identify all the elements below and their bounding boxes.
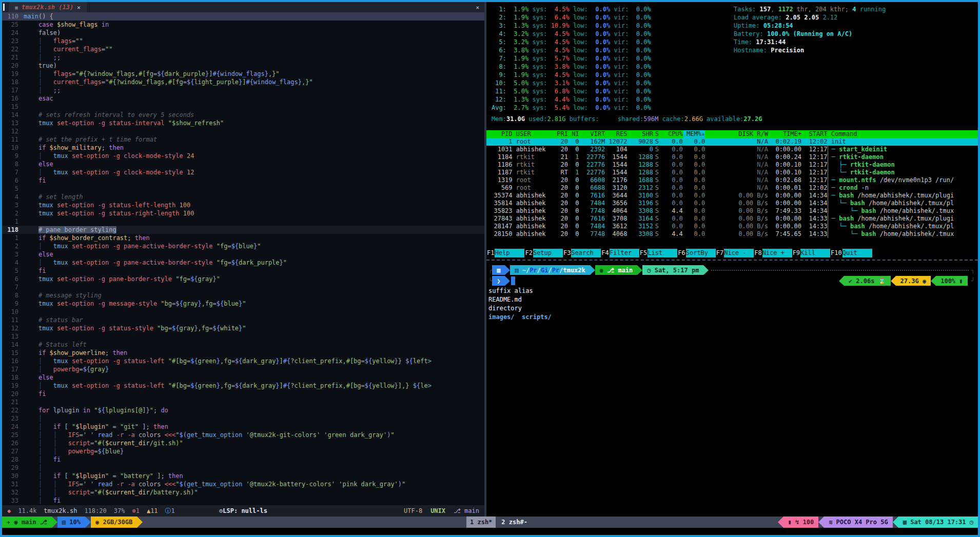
process-row[interactable]: 35823abhishek200774840643308S4.40.00.00 …: [486, 207, 978, 215]
process-row[interactable]: 35814abhishek200748436563196S0.00.00.00 …: [486, 200, 978, 207]
fn-key-f8[interactable]: F8Nice +: [754, 249, 792, 257]
code-line[interactable]: 16 │ tmux set-option -g status-left "#[b…: [2, 357, 484, 365]
process-row[interactable]: 1184rtkit2112277615441288S0.00.0N/A0:00.…: [486, 153, 978, 161]
function-key-bar[interactable]: F1HelpF2SetupF3SearchF4FilterF5ListF6Sor…: [486, 249, 978, 257]
code-line[interactable]: 20 fi: [2, 390, 484, 398]
fn-key-f6[interactable]: F6SortBy: [677, 249, 715, 257]
column-header[interactable]: DISK R/W: [705, 130, 768, 138]
code-line[interactable]: 27 │ │ powerbg=${blue}: [2, 447, 484, 455]
process-row[interactable]: 1031abhishek20023921040S0.00.0N/A0:00.00…: [486, 146, 978, 153]
code-line[interactable]: 5 fi: [2, 267, 484, 275]
column-header[interactable]: RES: [605, 130, 627, 138]
code-line[interactable]: 3 else: [2, 250, 484, 258]
code-line[interactable]: 9 │ tmux set-option -g clock-mode-style …: [2, 152, 484, 160]
code-line[interactable]: 2 │ tmux set-option -g pane-active-borde…: [2, 242, 484, 250]
code-line[interactable]: 15: [2, 103, 484, 111]
fn-key-f9[interactable]: F9Kill: [792, 249, 830, 257]
code-area[interactable]: 25 case $show_flags in24 false)23 │ flag…: [2, 21, 484, 505]
code-line[interactable]: 7: [2, 283, 484, 291]
code-line[interactable]: 22 │ current_flags="": [2, 45, 484, 53]
code-line[interactable]: 12: [2, 127, 484, 135]
code-line[interactable]: 2 tmux set-option -g status-right-length…: [2, 209, 484, 217]
fn-key-f4[interactable]: F4Filter: [601, 249, 639, 257]
fn-key-f3[interactable]: F3Search: [563, 249, 601, 257]
code-line[interactable]: 12 tmux set-option -g status-style "bg=$…: [2, 324, 484, 332]
column-header[interactable]: TIME+: [768, 130, 801, 138]
tmux-window-tab[interactable]: 1 zsh*: [466, 516, 496, 528]
column-header[interactable]: MEM%▵: [683, 130, 705, 138]
tmux-window-list[interactable]: 1 zsh*2 zsh#-: [466, 516, 531, 528]
process-row[interactable]: 1187rtkitRT12277615441288S0.00.0N/A0:00.…: [486, 169, 978, 176]
code-line[interactable]: 17 │ powerbg=${gray}: [2, 365, 484, 373]
code-line[interactable]: 4 │ tmux set-option -g pane-active-borde…: [2, 258, 484, 267]
code-line[interactable]: 10: [2, 308, 484, 316]
column-header[interactable]: USER: [513, 130, 550, 138]
code-line[interactable]: 29 │: [2, 464, 484, 472]
code-line[interactable]: 25 │ │ IFS=' ' read -r -a colors <<<"$(g…: [2, 431, 484, 439]
column-header[interactable]: Command: [828, 130, 978, 138]
code-line[interactable]: 8 # message styling: [2, 291, 484, 300]
column-header[interactable]: START: [801, 130, 828, 138]
column-header[interactable]: SHR: [627, 130, 653, 138]
code-line[interactable]: 118 # pane border styling: [2, 226, 484, 234]
shell-pane[interactable]: ╭▦▤ ~/Pr/Gi/Pr/tmux2k◉ ⎇ main◷ Sat, 5:17…: [486, 263, 978, 516]
code-line[interactable]: 24 false): [2, 29, 484, 37]
code-line[interactable]: 6 tmux set-option -g pane-border-style "…: [2, 275, 484, 283]
code-line[interactable]: 21: [2, 398, 484, 406]
column-header[interactable]: PID: [486, 130, 513, 138]
column-header[interactable]: CPU%: [660, 130, 682, 138]
tmux-window-tab[interactable]: 2 zsh#-: [498, 516, 531, 528]
code-line[interactable]: 9 tmux set-option -g message-style "bg=$…: [2, 300, 484, 308]
code-line[interactable]: 19 │ flags="#{?window_flags,#[fg=${dark_…: [2, 70, 484, 78]
code-line[interactable]: 20 true): [2, 62, 484, 70]
code-line[interactable]: 14 # Status left: [2, 341, 484, 349]
process-row[interactable]: 28147abhishek200748436123152S0.00.00.00 …: [486, 223, 978, 230]
process-table-header[interactable]: PIDUSERPRINIVIRTRESSHRSCPU%MEM%▵DISK R/W…: [486, 130, 978, 138]
process-row[interactable]: 1root200162M120729028S0.00.0N/A0:02.1912…: [486, 138, 978, 146]
window-close-icon[interactable]: ✕: [476, 4, 484, 11]
fn-key-f10[interactable]: F10Quit: [830, 249, 872, 257]
code-line[interactable]: 32 │ │ script="#($current_dir/battery.sh…: [2, 488, 484, 496]
column-header[interactable]: VIRT: [579, 130, 605, 138]
code-line[interactable]: 10 if $show_military; then: [2, 144, 484, 152]
code-line[interactable]: 25 case $show_flags in: [2, 21, 484, 29]
code-line[interactable]: 31 │ │ IFS=' ' read -r -a colors <<<"$(g…: [2, 480, 484, 488]
code-line[interactable]: 23 │: [2, 414, 484, 423]
code-line[interactable]: 23 │ flags="": [2, 37, 484, 45]
code-line[interactable]: 19 │ tmux set-option -g status-left "#[b…: [2, 382, 484, 390]
process-row[interactable]: 1186rtkit2002277615441288S0.00.0N/A0:00.…: [486, 161, 978, 169]
code-line[interactable]: 28 │ fi: [2, 455, 484, 464]
code-line[interactable]: 6 fi: [2, 176, 484, 185]
code-line[interactable]: 16 esac: [2, 94, 484, 103]
process-row[interactable]: 27843abhishek200761637083164S0.00.00.00 …: [486, 215, 978, 223]
code-line[interactable]: 5: [2, 185, 484, 193]
prompt-line-2[interactable]: ╰❯✔ 2.06s ⌛27.3G ◉100% ▮ ╯: [488, 276, 975, 286]
editor-tab[interactable]: ▣ tmux2k.sh (13) ✕: [9, 2, 87, 12]
code-line[interactable]: 1: [2, 217, 484, 226]
code-line[interactable]: 3 tmux set-option -g status-left-length …: [2, 201, 484, 209]
code-line[interactable]: 13: [2, 332, 484, 341]
column-header[interactable]: PRI: [550, 130, 568, 138]
code-line[interactable]: 1 if $show_border_contrast; then: [2, 234, 484, 242]
column-header[interactable]: S: [653, 130, 660, 138]
process-table[interactable]: PIDUSERPRINIVIRTRESSHRSCPU%MEM%▵DISK R/W…: [486, 130, 978, 238]
fn-key-f2[interactable]: F2Setup: [524, 249, 562, 257]
code-line[interactable]: 30 │ if [ "$lplugin" = "battery" ]; then: [2, 472, 484, 480]
code-line[interactable]: 17 │ ;;: [2, 86, 484, 94]
process-row[interactable]: 35374abhishek200761636443100S0.00.00.00 …: [486, 192, 978, 200]
column-header[interactable]: NI: [568, 130, 579, 138]
code-line[interactable]: 24 │ if [ "$lplugin" = "git" ]; then: [2, 423, 484, 431]
code-line[interactable]: 18 else: [2, 373, 484, 382]
code-line[interactable]: 13 tmux set-option -g status-interval "$…: [2, 119, 484, 127]
htop-pane[interactable]: 1: 1.9% sys: 4.5% low: 0.0% vir: 0.0% 2:…: [486, 2, 978, 258]
code-line[interactable]: 8 else: [2, 160, 484, 168]
code-line[interactable]: 26 │ │ script="#($current_dir/git.sh)": [2, 439, 484, 447]
process-row[interactable]: 569root200668831202312S0.00.0N/A0:00.011…: [486, 184, 978, 192]
code-line[interactable]: 33 │ fi: [2, 496, 484, 505]
text-cursor[interactable]: [511, 276, 515, 285]
tab-close-icon[interactable]: ✕: [77, 4, 81, 11]
code-line[interactable]: 15 if $show_powerline; then: [2, 349, 484, 357]
code-line[interactable]: 18 │ current_flags="#{?window_flags,#[fg…: [2, 78, 484, 86]
code-line[interactable]: 11 # set the prefix + t time format: [2, 135, 484, 144]
code-line[interactable]: 11 # status bar: [2, 316, 484, 324]
